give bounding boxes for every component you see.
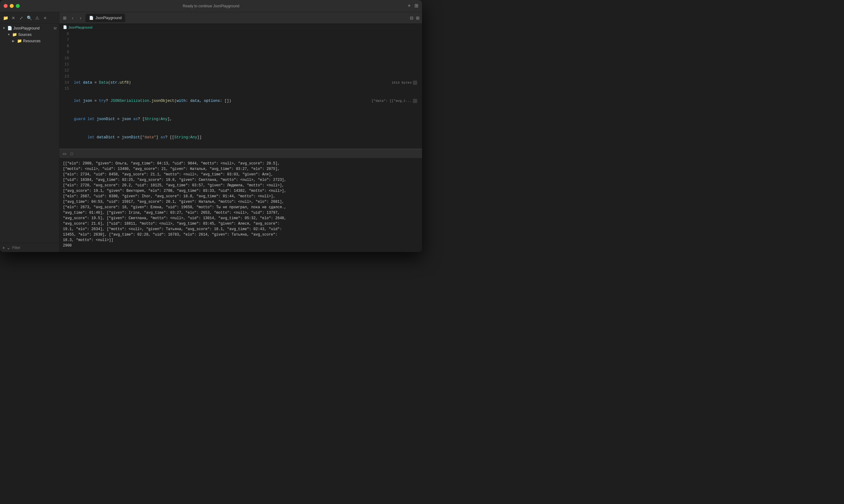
result-9-text: ["data": [["avg_t... [372,98,412,104]
code-editor: 6 7 8 9 10 11 12 13 14 15 let data = [59,31,422,252]
editor-toolbar: ⊞ ‹ › 📄 JsonPlayground ⊟ ⊞ [59,12,422,24]
forward-icon[interactable]: › [77,15,84,21]
tab-label: JsonPlayground [95,16,122,20]
split-view-icon[interactable]: ⊟ [410,16,413,20]
close-button[interactable] [4,4,7,8]
code-lines: let data = Data(str.utf8) 1513 bytes let… [71,31,422,149]
titlebar-actions: + ⊞ [408,3,418,9]
line-9-result: ["data": [["avg_t... [372,98,419,104]
tab-bar: 📄 JsonPlayground [86,14,408,22]
maximize-button[interactable] [16,4,20,8]
chevron-down-icon: ▼ [7,33,11,36]
add-icon[interactable]: + [2,245,5,250]
sidebar-tree: ▼ 📄 JsonPlayground M ▼ 📁 Sources ▶ 📁 Res… [0,24,59,243]
modified-badge: M [54,26,57,30]
result-8-text: 1513 bytes [392,80,412,86]
filter-input[interactable] [12,246,58,250]
output-content: [["elo": 2900, "given": Ольга, "avg_time… [59,158,422,252]
editor-toolbar-right: ⊟ ⊞ [410,16,419,20]
breadcrumb-item: 📄 JsonPlayground [63,25,92,29]
filter-dropdown-icon[interactable]: ⌄ [7,245,10,250]
code-line-11: let dataDict = jsonDict["data"] as? [[St… [74,134,419,141]
expand-icon[interactable]: ⤢ [18,15,24,21]
tab-file-icon: 📄 [89,16,94,20]
collapse-icon[interactable]: ▭ [62,151,67,157]
layout-icon[interactable]: ⊞ [414,3,418,9]
warning-icon[interactable]: ⚠ [34,15,40,21]
sidebar-item-label: Resources [23,39,57,43]
titlebar: Ready to continue JsonPlayground + ⊞ [0,0,422,12]
tab-jsonplayground[interactable]: 📄 JsonPlayground [86,14,125,22]
traffic-lights [4,4,20,8]
file-icon: 📄 [63,25,67,29]
sidebar-bottom: + ⌄ ↕ ⤢ [0,243,59,252]
window-title: Ready to continue JsonPlayground [183,4,239,8]
code-line-10: guard let jsonDict = json as? [String:An… [74,116,419,122]
editor-area: ⊞ ‹ › 📄 JsonPlayground ⊟ ⊞ 📄 JsonPlaygro… [59,12,422,252]
folder-icon[interactable]: 📁 [2,15,8,21]
search-icon[interactable]: 🔍 [26,15,32,21]
minimize-button[interactable] [10,4,14,8]
code-line-8: let data = Data(str.utf8) 1513 bytes [74,80,419,86]
close-icon[interactable]: ✕ [10,15,16,21]
folder-icon: 📁 [12,32,17,37]
output-panel: ▭ □ [["elo": 2900, "given": Ольга, "avg_… [59,149,422,252]
line-8-result: 1513 bytes [392,80,419,86]
menu-icon[interactable]: ≡ [42,15,48,21]
breadcrumb-label: JsonPlayground [68,25,92,29]
sidebar: 📁 ✕ ⤢ 🔍 ⚠ ≡ ▼ 📄 JsonPlayground M ▼ 📁 Sou… [0,12,59,252]
output-toolbar: ▭ □ [59,149,422,158]
sidebar-item-label: JsonPlayground [13,26,54,31]
code-content[interactable]: 6 7 8 9 10 11 12 13 14 15 let data = [59,31,422,149]
sidebar-item-jsonplayground[interactable]: ▼ 📄 JsonPlayground M [0,25,59,31]
chevron-right-icon: ▶ [12,39,16,42]
sidebar-item-label: Sources [18,33,57,37]
folder-icon: 📁 [17,39,22,43]
main-layout: 📁 ✕ ⤢ 🔍 ⚠ ≡ ▼ 📄 JsonPlayground M ▼ 📁 Sou… [0,12,422,252]
code-line-9: let json = try? JSONSerialization.jsonOb… [74,98,419,104]
code-line-7 [74,61,419,68]
add-icon[interactable]: + [408,3,411,9]
line-numbers: 6 7 8 9 10 11 12 13 14 15 [59,31,71,149]
back-icon[interactable]: ‹ [70,15,76,21]
result-9-icon[interactable] [413,99,417,103]
result-8-icon[interactable] [413,80,417,85]
sidebar-item-resources[interactable]: ▶ 📁 Resources [0,38,59,44]
sidebar-toolbar: 📁 ✕ ⤢ 🔍 ⚠ ≡ [0,12,59,24]
expand-icon[interactable]: □ [69,151,74,157]
breadcrumb: 📄 JsonPlayground [59,24,422,31]
panel-icon[interactable]: ⊞ [416,16,419,20]
chevron-down-icon: ▼ [2,26,6,30]
sidebar-item-sources[interactable]: ▼ 📁 Sources [0,31,59,38]
file-icon: 📄 [7,26,12,31]
grid-icon[interactable]: ⊞ [62,15,68,21]
code-line-6 [74,43,419,49]
